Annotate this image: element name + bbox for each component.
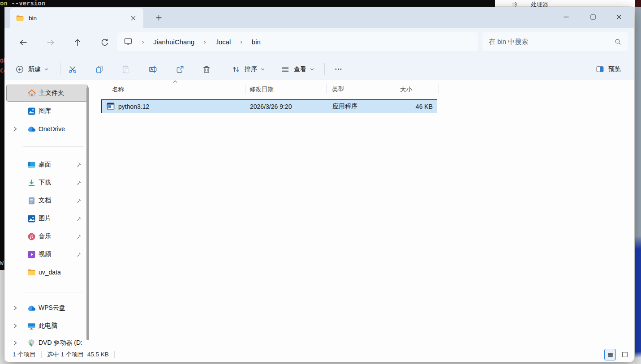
tab-bin[interactable]: bin: [10, 8, 143, 28]
this-pc-icon: [26, 322, 36, 330]
toolbar-separator: [324, 63, 325, 75]
navigation-bar: › JianhuiChang › .local › bin 在 bin 中搜索: [4, 28, 634, 58]
sidebar-item-label: DVD 驱动器 (D:: [39, 339, 82, 347]
copy-button[interactable]: [91, 61, 108, 77]
status-bar: 1 个项目 选中 1 个项目 45.5 KB: [4, 347, 634, 362]
maximize-button[interactable]: [584, 10, 602, 24]
view-button[interactable]: 查看: [279, 61, 317, 77]
share-button[interactable]: [172, 61, 188, 77]
cut-button[interactable]: [65, 61, 81, 77]
breadcrumb-segment[interactable]: .local: [215, 38, 231, 46]
back-button[interactable]: [18, 37, 29, 48]
breadcrumb-segment[interactable]: JianhuiChang: [153, 38, 194, 46]
music-icon: [26, 232, 36, 241]
sidebar-item-desktop[interactable]: 桌面: [6, 156, 88, 173]
sidebar-scrollbar[interactable]: [86, 87, 89, 340]
terminal-left-edge: Ob Co W: [0, 7, 4, 270]
file-explorer-window: bin: [4, 7, 634, 362]
processor-icon: [512, 1, 517, 7]
file-size: 46 KB: [416, 103, 433, 110]
chevron-right-icon[interactable]: [13, 127, 18, 131]
column-header-type[interactable]: 类型: [332, 86, 344, 94]
large-icons-view-button[interactable]: [620, 350, 630, 360]
statusbar-separator: [114, 351, 115, 358]
new-tab-button[interactable]: [152, 11, 165, 24]
sidebar-item-gallery[interactable]: 图库: [6, 103, 88, 120]
new-button[interactable]: 新建: [13, 61, 52, 77]
column-header-size[interactable]: 大小: [400, 86, 412, 94]
download-icon: [26, 179, 36, 187]
wps-cloud-icon: [26, 305, 36, 312]
sidebar-item-pictures[interactable]: 图片: [6, 210, 88, 227]
paste-button[interactable]: [118, 61, 134, 77]
sidebar-item-label: 此电脑: [39, 322, 57, 330]
chevron-down-icon: [310, 67, 314, 72]
sidebar-item-label: 图库: [39, 107, 51, 115]
sidebar-item-downloads[interactable]: 下载: [6, 174, 88, 191]
application-icon: [107, 102, 115, 110]
document-icon: [26, 197, 36, 205]
home-icon: [27, 89, 37, 98]
gallery-icon: [26, 107, 36, 116]
column-separator[interactable]: [439, 84, 439, 94]
plus-circle-icon: [15, 65, 24, 74]
sidebar-item-music[interactable]: 音乐: [6, 228, 88, 245]
rename-button[interactable]: [145, 61, 161, 77]
sidebar-item-onedrive[interactable]: OneDrive: [6, 120, 88, 137]
details-view-button[interactable]: [604, 349, 616, 360]
search-icon[interactable]: [614, 38, 622, 46]
sidebar-divider: [23, 146, 83, 147]
chevron-right-icon[interactable]: [13, 341, 18, 345]
sidebar-item-wps-cloud[interactable]: WPS云盘: [6, 300, 88, 317]
preview-pane-icon: [596, 65, 604, 73]
refresh-button[interactable]: [99, 37, 110, 48]
up-button[interactable]: [72, 37, 83, 48]
view-button-label: 查看: [294, 65, 306, 73]
tab-band: bin: [4, 7, 634, 28]
breadcrumb-chevron-icon: ›: [142, 39, 144, 45]
view-list-icon: [281, 65, 290, 74]
search-box[interactable]: 在 bin 中搜索: [482, 32, 628, 51]
tab-close-icon[interactable]: [128, 13, 138, 23]
command-toolbar: 新建 排序: [4, 58, 634, 80]
more-options-button[interactable]: [330, 61, 347, 77]
file-type: 应用程序: [332, 103, 357, 111]
chevron-right-icon[interactable]: [13, 324, 18, 328]
terminal-text: on: [0, 0, 8, 7]
file-row-python[interactable]: python3.12 2026/3/26 9:20 应用程序 46 KB: [101, 99, 437, 113]
forward-button[interactable]: [45, 37, 56, 48]
address-bar[interactable]: › JianhuiChang › .local › bin: [117, 32, 478, 51]
sidebar-item-label: 视频: [39, 250, 51, 258]
minimize-button[interactable]: [557, 10, 575, 24]
pin-icon: [76, 162, 82, 168]
column-separator[interactable]: [326, 84, 327, 94]
desktop-edge: [635, 7, 641, 364]
pin-icon: [76, 216, 82, 222]
window-body: 主文件夹 图库 OneDrive: [4, 80, 634, 347]
sort-icon: [232, 65, 241, 74]
sidebar-item-label: 音乐: [39, 232, 51, 240]
chevron-right-icon[interactable]: [13, 306, 18, 310]
column-header-name[interactable]: 名称: [112, 86, 124, 94]
column-header-modified[interactable]: 修改日期: [250, 86, 274, 94]
column-separator[interactable]: [389, 84, 389, 94]
sidebar-item-videos[interactable]: 视频: [6, 246, 88, 263]
breadcrumb-segment[interactable]: bin: [252, 38, 261, 46]
column-separator[interactable]: [245, 84, 245, 94]
sidebar-item-this-pc[interactable]: 此电脑: [6, 317, 88, 334]
sort-button[interactable]: 排序: [229, 61, 267, 77]
pin-icon: [76, 252, 82, 257]
dvd-drive-icon: [26, 339, 36, 347]
toolbar-separator: [226, 63, 226, 75]
selection-info: 选中 1 个项目 45.5 KB: [47, 351, 109, 359]
delete-button[interactable]: [198, 61, 215, 77]
sidebar-item-uv-data[interactable]: uv_data: [6, 264, 88, 281]
close-button[interactable]: [610, 10, 628, 24]
sidebar-item-label: 文档: [39, 197, 51, 205]
sidebar-item-documents[interactable]: 文档: [6, 192, 88, 209]
sidebar-item-label: 主文件夹: [39, 89, 64, 97]
preview-button[interactable]: 预览: [596, 61, 624, 77]
videos-icon: [26, 250, 36, 259]
sidebar-item-home[interactable]: 主文件夹: [6, 85, 88, 102]
terminal-strip: on --version: [0, 0, 496, 7]
